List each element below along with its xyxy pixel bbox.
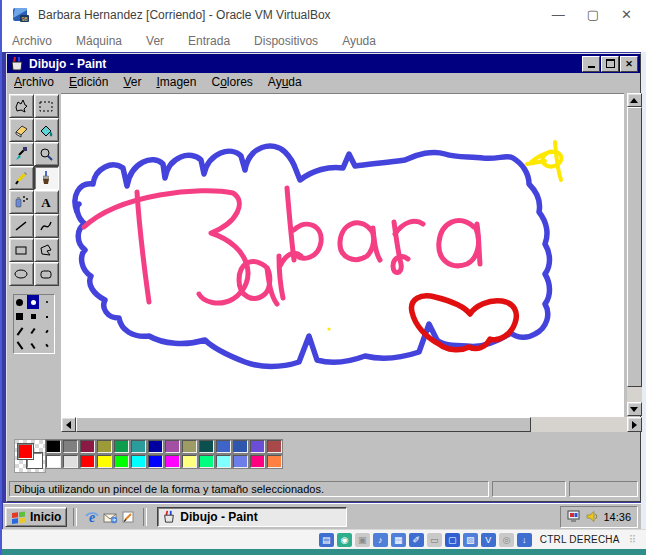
display-settings-icon[interactable] xyxy=(567,510,582,523)
keyboard-icon[interactable]: ↓ xyxy=(517,533,532,547)
host-minimize-button[interactable]: — xyxy=(552,8,565,22)
palette-color-swatch[interactable] xyxy=(165,455,180,468)
shared-folders-icon[interactable]: ▭ xyxy=(427,533,442,547)
brush-shape-slash-3[interactable] xyxy=(41,324,53,338)
host-close-button[interactable]: ✕ xyxy=(621,8,632,22)
palette-color-swatch[interactable] xyxy=(46,455,61,468)
palette-color-swatch[interactable] xyxy=(131,440,146,453)
tool-rounded-rectangle-button[interactable] xyxy=(34,262,59,286)
volume-icon[interactable] xyxy=(586,510,599,523)
paint-close-button[interactable]: ✕ xyxy=(620,56,638,72)
palette-color-swatch[interactable] xyxy=(165,440,180,453)
paint-menu-item-imagen[interactable]: Imagen xyxy=(156,75,196,89)
brush-shape-square-7[interactable] xyxy=(14,310,26,324)
tool-free-form-select-button[interactable] xyxy=(9,94,34,118)
tool-airbrush-button[interactable] xyxy=(9,190,34,214)
brush-shape-dot-5[interactable] xyxy=(27,295,39,309)
outlook-express-icon[interactable] xyxy=(101,508,119,526)
host-menu-item-archivo[interactable]: Archivo xyxy=(12,34,52,48)
palette-color-swatch[interactable] xyxy=(46,440,61,453)
brush-shape-slash-9[interactable] xyxy=(14,324,26,338)
palette-color-swatch[interactable] xyxy=(63,440,78,453)
palette-color-swatch[interactable] xyxy=(114,455,129,468)
hard-disks-icon[interactable]: ▤ xyxy=(319,533,334,547)
usb-devices-icon[interactable]: ✐ xyxy=(409,533,424,547)
tool-pencil-button[interactable] xyxy=(9,166,34,190)
paint-menu-item-colores[interactable]: Colores xyxy=(211,75,252,89)
palette-color-swatch[interactable] xyxy=(216,455,231,468)
floppy-drives-icon[interactable]: ▣ xyxy=(355,533,370,547)
horizontal-scrollbar[interactable] xyxy=(61,417,642,432)
scroll-down-button[interactable] xyxy=(627,402,642,416)
palette-color-swatch[interactable] xyxy=(148,455,163,468)
tool-select-button[interactable] xyxy=(34,94,59,118)
scroll-right-button[interactable] xyxy=(627,417,642,432)
scroll-up-button[interactable] xyxy=(627,93,642,107)
scroll-left-button[interactable] xyxy=(61,417,76,432)
palette-color-swatch[interactable] xyxy=(131,455,146,468)
paint-minimize-button[interactable] xyxy=(582,56,600,72)
palette-color-swatch[interactable] xyxy=(80,440,95,453)
tool-magnifier-button[interactable] xyxy=(34,142,59,166)
palette-color-swatch[interactable] xyxy=(267,440,282,453)
brush-shape-square-2[interactable] xyxy=(41,310,53,324)
start-button[interactable]: Inicio xyxy=(5,507,67,527)
palette-color-swatch[interactable] xyxy=(63,455,78,468)
palette-color-swatch[interactable] xyxy=(250,440,265,453)
show-desktop-icon[interactable] xyxy=(119,508,137,526)
tool-curve-button[interactable] xyxy=(34,214,59,238)
video-capture-icon[interactable]: ▧ xyxy=(463,533,478,547)
features-icon[interactable]: V xyxy=(481,533,496,547)
display-icon[interactable]: ▢ xyxy=(445,533,460,547)
paint-menu-item-edicion[interactable]: Edición xyxy=(69,75,108,89)
brush-shape-dot-2[interactable] xyxy=(41,295,53,309)
palette-color-swatch[interactable] xyxy=(182,440,197,453)
host-menu-item-ver[interactable]: Ver xyxy=(146,34,164,48)
tool-ellipse-button[interactable] xyxy=(9,262,34,286)
task-button-paint[interactable]: Dibujo - Paint xyxy=(157,507,347,527)
tool-eraser-button[interactable] xyxy=(9,118,34,142)
horizontal-scroll-thumb[interactable] xyxy=(76,417,531,432)
palette-color-swatch[interactable] xyxy=(97,455,112,468)
internet-explorer-icon[interactable]: e xyxy=(83,508,101,526)
tool-fill-with-color-button[interactable] xyxy=(34,118,59,142)
brush-shape-bslash-9[interactable] xyxy=(14,339,26,353)
paint-menu-item-archivo[interactable]: Archivo xyxy=(14,75,54,89)
tool-rectangle-button[interactable] xyxy=(9,238,34,262)
host-menu-item-entrada[interactable]: Entrada xyxy=(188,34,230,48)
host-maximize-button[interactable]: ▢ xyxy=(587,8,599,22)
vertical-scroll-thumb[interactable] xyxy=(627,107,642,387)
palette-color-swatch[interactable] xyxy=(182,455,197,468)
tool-line-button[interactable] xyxy=(9,214,34,238)
brush-shape-dot-7[interactable] xyxy=(14,295,26,309)
palette-color-swatch[interactable] xyxy=(250,455,265,468)
mouse-integration-icon[interactable]: ◎ xyxy=(499,533,514,547)
optical-drives-icon[interactable]: ◉ xyxy=(337,533,352,547)
brush-shape-bslash-6[interactable] xyxy=(27,339,39,353)
palette-color-swatch[interactable] xyxy=(114,440,129,453)
brush-shape-slash-6[interactable] xyxy=(27,324,39,338)
brush-shape-bslash-3[interactable] xyxy=(41,339,53,353)
paint-restore-button[interactable] xyxy=(601,56,619,72)
host-menu-item-dispositivos[interactable]: Dispositivos xyxy=(254,34,318,48)
audio-icon[interactable]: ♪ xyxy=(373,533,388,547)
tool-pick-color-button[interactable] xyxy=(9,142,34,166)
host-menu-item-ayuda[interactable]: Ayuda xyxy=(342,34,376,48)
paint-menu-item-ver[interactable]: Ver xyxy=(123,75,141,89)
palette-color-swatch[interactable] xyxy=(233,455,248,468)
palette-color-swatch[interactable] xyxy=(267,455,282,468)
palette-color-swatch[interactable] xyxy=(233,440,248,453)
palette-color-swatch[interactable] xyxy=(97,440,112,453)
resize-grip[interactable]: ⠿ xyxy=(629,534,636,545)
paint-menu-item-ayuda[interactable]: Ayuda xyxy=(268,75,302,89)
palette-color-swatch[interactable] xyxy=(199,455,214,468)
tool-text-button[interactable]: A xyxy=(34,190,59,214)
brush-shape-selector[interactable] xyxy=(13,294,55,354)
tool-brush-button[interactable] xyxy=(34,166,59,190)
network-icon[interactable]: ▦ xyxy=(391,533,406,547)
palette-color-swatch[interactable] xyxy=(148,440,163,453)
palette-color-swatch[interactable] xyxy=(199,440,214,453)
host-menu-item-maquina[interactable]: Máquina xyxy=(76,34,122,48)
palette-color-swatch[interactable] xyxy=(80,455,95,468)
drawing-canvas[interactable] xyxy=(61,93,624,417)
